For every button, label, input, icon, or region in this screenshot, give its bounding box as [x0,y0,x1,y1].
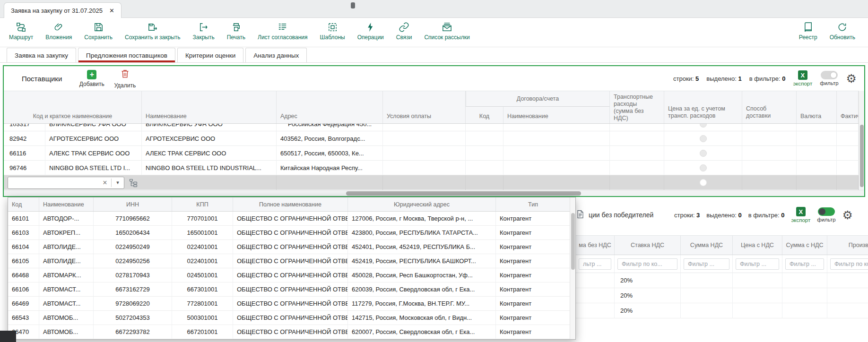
column-header-factual[interactable]: Фактиче... [837,91,859,123]
vertical-scrollbar-thumb[interactable] [860,125,864,187]
trash-icon [120,68,130,81]
attachments-button[interactable]: Вложения [39,21,78,41]
lookup-scrollbar[interactable] [570,197,575,339]
tab-analiz-dannyh[interactable]: Анализ данных [245,48,307,62]
position-row[interactable]: 20% [576,288,868,303]
filter-input[interactable] [684,258,729,270]
close-icon [198,21,209,33]
column-header-payment-terms[interactable]: Условия оплаты [383,91,466,123]
refresh-button[interactable]: Обновить [824,21,861,41]
document-tab[interactable]: Заявка на закупку от 31.07.2025 ✕ [4,2,122,18]
filter-input[interactable] [736,258,779,270]
approval-sheet-button[interactable]: Лист согласования [252,21,314,41]
hierarchy-icon [129,178,138,188]
save-and-close-button[interactable]: Сохранить и закрыть [119,21,186,41]
lookup-column-type[interactable]: Тип [496,197,571,211]
suppliers-panel: Поставщики + Добавить Удалить строки: 5 … [3,65,865,197]
lookup-column-code[interactable]: Код [8,197,39,211]
filter-input[interactable] [785,258,824,270]
registry-button[interactable]: Реестр [793,21,824,41]
rows-count: строки: 5 [673,75,699,82]
position-row[interactable]: 20% [576,273,868,288]
settings-gear-icon[interactable]: ⚙ [842,209,853,221]
transport-checkbox[interactable] [700,164,707,171]
filter-toggle[interactable]: фильтр [820,71,838,86]
operations-button[interactable]: Операции [351,21,390,41]
column-header-manufacturer[interactable]: Произво... [827,236,868,255]
lookup-row[interactable]: 66105АВТОЛИДЕ... 0224950256022401001 ОБЩ… [8,254,571,268]
toggle-off-icon [821,71,838,79]
supplier-lookup-combobox[interactable]: × ▾ [8,177,124,189]
template-icon [327,21,338,33]
links-button[interactable]: Связи [390,21,418,41]
transport-checkbox[interactable] [700,135,707,142]
column-header-sum-without-vat[interactable]: ма без НДС [576,236,615,255]
delete-supplier-button[interactable]: Удалить [108,68,141,89]
add-supplier-button[interactable]: + Добавить [75,70,108,87]
clear-icon[interactable]: × [99,177,111,188]
tab-zayavka[interactable]: Заявка на закупку [7,48,76,62]
lookup-column-name[interactable]: Наименование [39,197,94,211]
column-header-unit-price-with-transport[interactable]: Цена за ед. с учетом трансп. расходов [664,91,742,123]
lookup-column-inn[interactable]: ИНН [94,197,172,211]
lookup-row[interactable]: 66543АВТОМОБ... 5027204353500301001 ОБЩЕ… [8,311,571,325]
lookup-scrollbar-thumb[interactable] [571,213,575,270]
templates-button[interactable]: Шаблоны [314,21,351,41]
supplier-row[interactable]: 66116АЛЕКС ТРАК СЕРВИС ООО АЛЕКС ТРАК СЕ… [4,146,859,161]
lookup-row[interactable]: 66106АВТОМАСТ... 6673162729667301001 ОБЩ… [8,282,571,297]
lookup-row[interactable]: 66103АВТОКРЕП... 1650206434165001001 ОБЩ… [8,226,571,240]
export-excel-button[interactable]: X экспорт [793,70,812,86]
column-header-transport-costs[interactable]: Транспортные расходы (сумма без НДС) [610,91,664,123]
column-header-sum-with-vat[interactable]: Сумма с НДС [782,236,827,255]
supplier-lookup-input[interactable] [8,178,99,188]
lookup-row[interactable]: 66469АВТОМАСТ... 9728069220772801001 ОБЩ… [8,297,571,311]
supplier-row[interactable]: 96746NINGBO BOA STEEL LTD I... NINGBO BO… [4,161,859,175]
column-header-vat-rate[interactable]: Ставка НДС [615,236,681,255]
lookup-column-kpp[interactable]: КПП [172,197,233,211]
lookup-row[interactable]: 66468АВТОМАРК... 0278170943024501001 ОБЩ… [8,268,571,282]
filter-input[interactable] [617,258,677,270]
supplier-row[interactable]: 82942АГРОТЕХСЕРВИС ООО АГРОТЕХСЕРВИС ООО… [4,131,859,146]
column-header-address[interactable]: Адрес [277,91,383,123]
vertical-scrollbar[interactable] [859,91,864,190]
column-header-code-short-name[interactable]: Код и краткое наименование [4,91,142,123]
route-button[interactable]: Маршрут [3,21,39,41]
column-header-name[interactable]: Наименование [142,91,277,123]
supplier-row[interactable]: 103317ВЛИК/КСЕРВИС УФА ООО ВЛИК/КСЕРВИС … [4,124,859,131]
filtered-count: в фильтре: 0 [748,212,785,219]
horizontal-scrollbar[interactable] [4,190,864,196]
column-header-vat-sum[interactable]: Сумма НДС [681,236,733,255]
settings-gear-icon[interactable]: ⚙ [846,73,857,85]
filter-input[interactable] [830,258,868,270]
column-header-price-with-vat[interactable]: Цена с НДС [733,236,782,255]
filter-toggle[interactable]: фильтр [817,207,835,222]
mailing-list-button[interactable]: Список рассылки [418,21,476,41]
export-excel-button[interactable]: X экспорт [791,207,810,223]
filter-input[interactable] [579,258,611,270]
transport-checkbox[interactable] [700,179,707,186]
transport-checkbox[interactable] [700,124,707,128]
lookup-column-full-name[interactable]: Полное наименование [233,197,348,211]
print-button[interactable]: Печать [221,21,252,41]
hierarchy-view-button[interactable] [128,177,139,188]
lookup-row[interactable]: 66104АВТОЛИДЕ... 0224950249022401001 ОБЩ… [8,240,571,254]
lookup-row[interactable]: 66101АВТОДОР-... 7710965662770701001 ОБЩ… [8,212,571,226]
chevron-down-icon[interactable]: ▾ [112,180,124,186]
new-supplier-row[interactable]: × ▾ [4,175,859,190]
toggle-on-icon [818,207,835,216]
filtered-count: в фильтре: 0 [749,75,786,82]
column-header-currency[interactable]: Валюта [797,91,837,123]
column-header-delivery-method[interactable]: Способ доставки [742,91,797,123]
save-button[interactable]: Сохранить [78,21,119,41]
close-document-button[interactable]: Закрыть [186,21,220,41]
tab-predlozheniya-postavshchikov[interactable]: Предложения поставщиков [78,48,175,62]
lookup-row[interactable]: 66470АВТОМОБ... 6672293782667201001 ОБЩЕ… [8,325,571,339]
close-tab-icon[interactable]: ✕ [109,7,114,14]
position-row[interactable]: 20% [576,303,868,318]
transport-checkbox[interactable] [700,150,707,157]
horizontal-scrollbar-thumb[interactable] [346,191,581,196]
lookup-column-legal-address[interactable]: Юридический адрес [348,197,496,211]
link-icon [399,21,410,33]
plus-icon: + [87,70,96,79]
tab-kriterii-ocenki[interactable]: Критерии оценки [177,48,243,62]
